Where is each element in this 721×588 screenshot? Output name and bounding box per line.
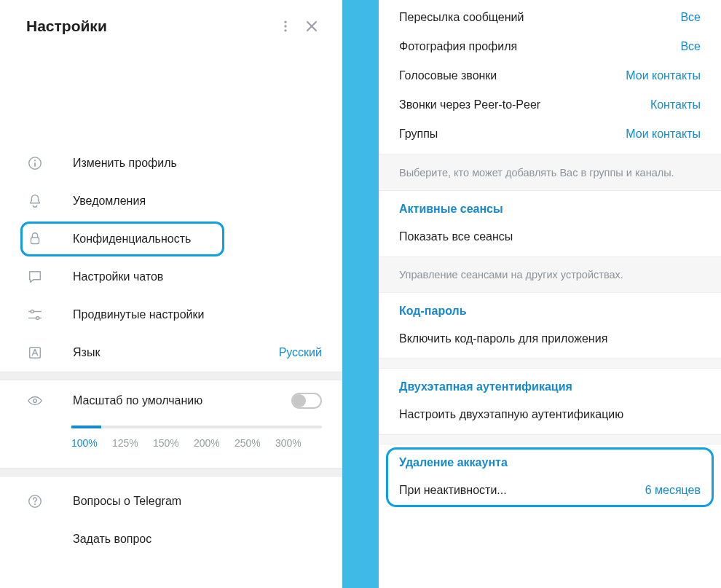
panel-gap xyxy=(342,0,379,588)
row-value: Мои контакты xyxy=(626,69,701,82)
menu-notifications[interactable]: Уведомления xyxy=(0,182,342,220)
action-label: При неактивности... xyxy=(399,484,645,497)
privacy-note: Выберите, кто может добавлять Вас в груп… xyxy=(379,154,721,191)
menu-label: Язык xyxy=(73,346,279,359)
row-value: Мои контакты xyxy=(626,128,701,141)
bell-icon xyxy=(26,192,44,210)
profile-area xyxy=(0,50,342,144)
menu-label: Конфиденциальность xyxy=(73,232,322,246)
menu-edit-profile[interactable]: Изменить профиль xyxy=(0,144,342,182)
action-label: Показать все сеансы xyxy=(399,230,701,243)
svg-point-1 xyxy=(284,25,286,27)
passcode-divider xyxy=(379,358,721,369)
action-label: Включить код-пароль для приложения xyxy=(399,332,701,345)
help-faq[interactable]: Вопросы о Telegram xyxy=(0,482,342,520)
svg-point-10 xyxy=(34,399,37,403)
twostep-section: Двухэтапная аутентификация xyxy=(379,369,721,399)
sessions-show-all[interactable]: Показать все сеансы xyxy=(379,222,721,256)
twostep-divider xyxy=(379,434,721,444)
row-label: Голосовые звонки xyxy=(399,69,626,82)
sessions-section: Активные сеансы xyxy=(379,191,721,222)
privacy-list: Пересылка сообщений Все Фотография профи… xyxy=(379,0,721,154)
privacy-forwarding[interactable]: Пересылка сообщений Все xyxy=(379,3,721,32)
svg-point-12 xyxy=(34,503,36,505)
scale-tick-150[interactable]: 150% xyxy=(153,437,194,449)
row-label: Звонки через Peer-to-Peer xyxy=(399,98,650,111)
divider xyxy=(0,468,342,477)
menu-value: Русский xyxy=(279,346,322,359)
language-icon xyxy=(26,344,44,361)
passcode-enable[interactable]: Включить код-пароль для приложения xyxy=(379,324,721,358)
menu-advanced[interactable]: Продвинутые настройки xyxy=(0,296,342,334)
info-icon xyxy=(26,154,44,172)
row-value: Все xyxy=(680,11,701,24)
help-label: Задать вопрос xyxy=(73,533,151,546)
settings-menu: Изменить профиль Уведомления Конфиденциа… xyxy=(0,144,342,372)
deletion-section: Удаление аккаунта xyxy=(379,444,721,475)
row-value: Контакты xyxy=(650,98,701,111)
divider xyxy=(0,372,342,380)
toggle-knob xyxy=(293,394,306,407)
help-label: Вопросы о Telegram xyxy=(73,495,181,508)
settings-header: Настройки xyxy=(0,0,342,50)
scale-label: Масштаб по умолчанию xyxy=(73,394,291,407)
menu-label: Уведомления xyxy=(73,195,322,208)
help-ask[interactable]: Задать вопрос xyxy=(0,520,342,558)
scale-tick-300[interactable]: 300% xyxy=(275,437,316,449)
privacy-voice-calls[interactable]: Голосовые звонки Мои контакты xyxy=(379,61,721,90)
scale-tick-125[interactable]: 125% xyxy=(112,437,153,449)
help-section: Вопросы о Telegram Задать вопрос xyxy=(0,477,342,564)
svg-point-2 xyxy=(284,29,286,31)
row-label: Группы xyxy=(399,128,626,141)
eye-icon xyxy=(26,392,44,409)
scale-ticks: 100% 125% 150% 200% 250% 300% xyxy=(71,437,322,449)
privacy-panel: Пересылка сообщений Все Фотография профи… xyxy=(379,0,721,588)
scale-tick-100[interactable]: 100% xyxy=(71,437,112,449)
svg-rect-6 xyxy=(31,238,39,243)
twostep-title: Двухэтапная аутентификация xyxy=(399,380,701,393)
privacy-p2p-calls[interactable]: Звонки через Peer-to-Peer Контакты xyxy=(379,90,721,119)
menu-label: Изменить профиль xyxy=(73,157,322,170)
settings-panel: Настройки Изменить профиль Уведомления К… xyxy=(0,0,342,588)
passcode-title: Код-пароль xyxy=(399,305,701,318)
privacy-profile-photo[interactable]: Фотография профиля Все xyxy=(379,32,721,61)
chat-icon xyxy=(26,268,44,286)
dots-vertical-icon xyxy=(278,19,293,34)
scale-section: Масштаб по умолчанию 100% 125% 150% 200%… xyxy=(0,380,342,456)
question-icon xyxy=(26,493,44,510)
menu-label: Настройки чатов xyxy=(73,270,322,283)
row-label: Пересылка сообщений xyxy=(399,11,680,24)
passcode-section: Код-пароль xyxy=(379,293,721,324)
svg-rect-5 xyxy=(34,162,36,167)
menu-chat-settings[interactable]: Настройки чатов xyxy=(0,258,342,296)
scale-toggle[interactable] xyxy=(291,393,322,409)
svg-point-8 xyxy=(36,317,39,320)
sliders-icon xyxy=(26,306,44,324)
privacy-groups[interactable]: Группы Мои контакты xyxy=(379,119,721,149)
action-value: 6 месяцев xyxy=(645,484,701,497)
deletion-if-inactive[interactable]: При неактивности... 6 месяцев xyxy=(379,475,721,506)
svg-point-7 xyxy=(31,310,34,313)
row-value: Все xyxy=(680,40,701,53)
row-label: Фотография профиля xyxy=(399,40,680,53)
settings-title: Настройки xyxy=(26,17,272,35)
svg-point-4 xyxy=(34,160,36,161)
sessions-title: Активные сеансы xyxy=(399,203,701,216)
menu-privacy[interactable]: Конфиденциальность xyxy=(0,220,342,258)
menu-label: Продвинутые настройки xyxy=(73,308,322,321)
scale-slider[interactable] xyxy=(71,426,322,428)
close-button[interactable] xyxy=(299,13,325,39)
scale-slider-fill xyxy=(71,426,101,428)
lock-icon xyxy=(26,230,44,248)
close-icon xyxy=(306,20,318,32)
deletion-title: Удаление аккаунта xyxy=(399,456,701,469)
action-label: Настроить двухэтапную аутентификацию xyxy=(399,408,701,421)
twostep-configure[interactable]: Настроить двухэтапную аутентификацию xyxy=(379,399,721,434)
more-button[interactable] xyxy=(272,13,299,39)
scale-tick-250[interactable]: 250% xyxy=(235,437,275,449)
svg-point-0 xyxy=(284,21,286,23)
menu-language[interactable]: Язык Русский xyxy=(0,334,342,372)
scale-tick-200[interactable]: 200% xyxy=(194,437,235,449)
sessions-note: Управление сеансами на других устройства… xyxy=(379,256,721,293)
